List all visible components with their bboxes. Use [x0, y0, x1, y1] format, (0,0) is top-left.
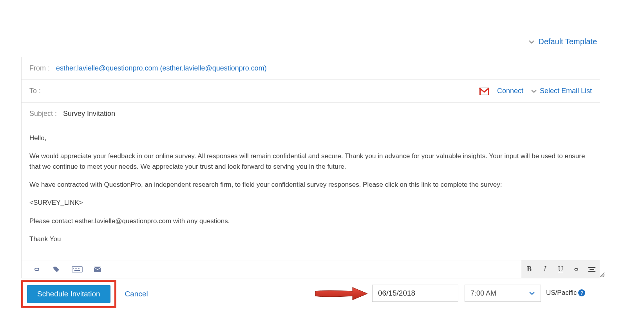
chevron-down-icon — [529, 39, 534, 45]
chevron-down-icon — [531, 88, 537, 94]
body-paragraph: We have contracted with QuestionPro, an … — [29, 180, 592, 190]
insert-link-button[interactable] — [568, 260, 584, 278]
to-label: To : — [29, 87, 41, 95]
svg-rect-1 — [72, 267, 82, 272]
align-button[interactable] — [584, 260, 600, 278]
gmail-connect-link[interactable]: Connect — [497, 87, 523, 95]
select-email-list-label: Select Email List — [540, 87, 592, 95]
subject-label: Subject : — [29, 110, 57, 118]
email-body-editor[interactable]: Hello, We would appreciate your feedback… — [22, 125, 600, 260]
cancel-link[interactable]: Cancel — [125, 290, 148, 298]
help-icon[interactable]: ? — [578, 289, 585, 296]
email-icon[interactable] — [94, 266, 101, 272]
subject-row: Subject : Survey Invitation — [22, 103, 600, 125]
svg-rect-4 — [76, 268, 77, 269]
resize-handle-icon[interactable] — [599, 272, 604, 279]
select-email-list-dropdown[interactable]: Select Email List — [531, 87, 592, 95]
editor-toolbar: B I U — [22, 260, 600, 278]
svg-rect-3 — [75, 268, 76, 269]
gmail-icon[interactable] — [479, 87, 489, 95]
email-compose-panel: From : esther.lavielle@questionpro.com (… — [21, 57, 600, 278]
link-icon[interactable] — [33, 266, 41, 273]
svg-rect-7 — [74, 270, 80, 271]
body-greeting: Hello, — [29, 133, 592, 143]
to-row: To : Connect Select Email List — [22, 80, 600, 103]
svg-rect-2 — [73, 268, 74, 269]
body-paragraph: We would appreciate your feedback in our… — [29, 151, 592, 172]
tag-icon[interactable] — [52, 266, 61, 273]
template-dropdown-label: Default Template — [538, 37, 597, 46]
annotation-highlight: Schedule Invitation — [21, 280, 116, 308]
svg-rect-9 — [588, 267, 595, 268]
svg-rect-8 — [94, 267, 101, 272]
schedule-time-select[interactable]: 7:00 AM — [465, 285, 541, 302]
body-paragraph: Please contact esther.lavielle@questionp… — [29, 216, 592, 226]
body-survey-link-placeholder: <SURVEY_LINK> — [29, 198, 592, 208]
bold-button[interactable]: B — [521, 260, 537, 278]
svg-rect-11 — [588, 271, 595, 272]
svg-rect-6 — [80, 268, 80, 269]
timezone-text: US/Pacific — [546, 289, 577, 297]
keyboard-icon[interactable] — [72, 266, 83, 273]
schedule-time-value: 7:00 AM — [470, 289, 496, 298]
chevron-down-icon — [529, 289, 535, 298]
svg-rect-5 — [78, 268, 79, 269]
annotation-arrow-icon — [313, 286, 368, 301]
underline-button[interactable]: U — [553, 260, 568, 278]
schedule-invitation-button[interactable]: Schedule Invitation — [27, 285, 110, 303]
body-closing: Thank You — [29, 234, 592, 244]
schedule-date-input[interactable] — [372, 285, 458, 302]
from-value[interactable]: esther.lavielle@questionpro.com (esther.… — [56, 64, 592, 72]
from-row: From : esther.lavielle@questionpro.com (… — [22, 57, 600, 80]
timezone-label: US/Pacific ? — [546, 289, 585, 297]
template-dropdown[interactable]: Default Template — [529, 37, 597, 46]
from-label: From : — [29, 64, 50, 72]
svg-rect-10 — [590, 269, 594, 270]
italic-button[interactable]: I — [537, 260, 553, 278]
subject-value[interactable]: Survey Invitation — [63, 110, 592, 118]
